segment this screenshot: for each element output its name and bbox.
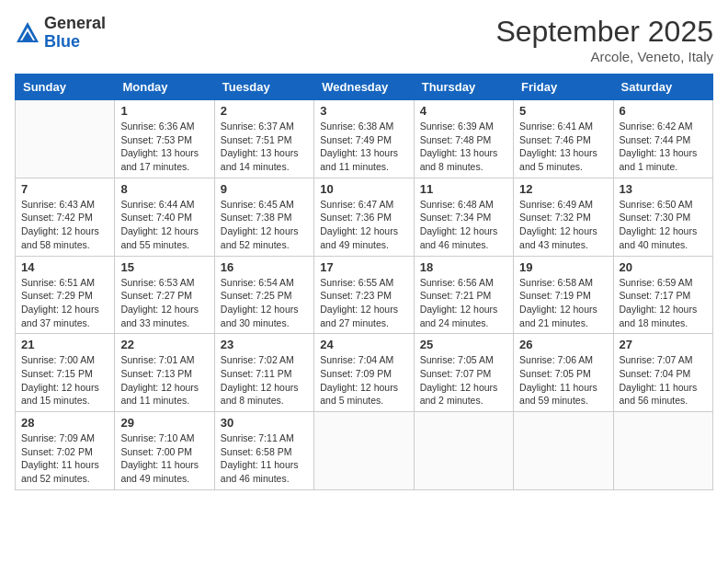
header-tuesday: Tuesday [214,75,313,100]
day-number: 12 [519,182,607,196]
day-cell: 17Sunrise: 6:55 AM Sunset: 7:23 PM Dayli… [314,256,414,334]
day-cell: 10Sunrise: 6:47 AM Sunset: 7:36 PM Dayli… [314,178,414,256]
logo-text: General Blue [44,15,106,52]
day-cell: 19Sunrise: 6:58 AM Sunset: 7:19 PM Dayli… [514,256,613,334]
day-cell: 21Sunrise: 7:00 AM Sunset: 7:15 PM Dayli… [16,334,115,412]
day-cell: 27Sunrise: 7:07 AM Sunset: 7:04 PM Dayli… [613,334,712,412]
day-cell: 3Sunrise: 6:38 AM Sunset: 7:49 PM Daylig… [314,100,414,178]
day-cell: 14Sunrise: 6:51 AM Sunset: 7:29 PM Dayli… [16,256,115,334]
day-info: Sunrise: 6:59 AM Sunset: 7:17 PM Dayligh… [620,276,707,330]
header-sunday: Sunday [16,75,115,100]
logo-blue: Blue [44,33,106,52]
day-info: Sunrise: 6:56 AM Sunset: 7:21 PM Dayligh… [420,276,507,330]
day-number: 20 [620,260,707,274]
day-number: 2 [221,104,308,118]
day-cell [16,100,115,178]
day-info: Sunrise: 7:01 AM Sunset: 7:13 PM Dayligh… [120,353,208,408]
location-subtitle: Arcole, Veneto, Italy [495,49,713,64]
day-cell [414,412,513,490]
day-cell: 5Sunrise: 6:41 AM Sunset: 7:46 PM Daylig… [514,100,613,178]
day-cell: 23Sunrise: 7:02 AM Sunset: 7:11 PM Dayli… [214,334,313,412]
day-info: Sunrise: 6:53 AM Sunset: 7:27 PM Dayligh… [120,276,208,330]
day-number: 1 [120,104,208,118]
day-info: Sunrise: 6:54 AM Sunset: 7:25 PM Dayligh… [221,276,308,330]
title-block: September 2025 Arcole, Veneto, Italy [495,15,713,64]
day-info: Sunrise: 6:55 AM Sunset: 7:23 PM Dayligh… [320,276,407,330]
day-cell: 4Sunrise: 6:39 AM Sunset: 7:48 PM Daylig… [414,100,513,178]
day-cell: 28Sunrise: 7:09 AM Sunset: 7:02 PM Dayli… [16,412,115,490]
day-number: 6 [620,104,707,118]
day-cell: 1Sunrise: 6:36 AM Sunset: 7:53 PM Daylig… [115,100,214,178]
day-cell: 26Sunrise: 7:06 AM Sunset: 7:05 PM Dayli… [514,334,613,412]
day-info: Sunrise: 7:10 AM Sunset: 7:00 PM Dayligh… [120,431,208,486]
day-number: 7 [21,182,108,196]
day-cell: 15Sunrise: 6:53 AM Sunset: 7:27 PM Dayli… [115,256,214,334]
day-info: Sunrise: 7:11 AM Sunset: 6:58 PM Dayligh… [221,431,308,486]
header-wednesday: Wednesday [314,75,414,100]
day-cell: 16Sunrise: 6:54 AM Sunset: 7:25 PM Dayli… [214,256,313,334]
day-number: 17 [320,260,407,274]
day-cell: 13Sunrise: 6:50 AM Sunset: 7:30 PM Dayli… [613,178,712,256]
day-info: Sunrise: 6:37 AM Sunset: 7:51 PM Dayligh… [221,120,308,174]
calendar-table: SundayMondayTuesdayWednesdayThursdayFrid… [15,74,713,490]
day-number: 9 [221,182,308,196]
day-number: 22 [120,338,208,351]
day-info: Sunrise: 6:44 AM Sunset: 7:40 PM Dayligh… [120,198,208,252]
day-cell: 12Sunrise: 6:49 AM Sunset: 7:32 PM Dayli… [514,178,613,256]
day-info: Sunrise: 6:51 AM Sunset: 7:29 PM Dayligh… [21,276,108,330]
header-thursday: Thursday [414,75,513,100]
logo-general: General [44,15,106,33]
header-friday: Friday [514,75,613,100]
day-number: 15 [120,260,208,274]
week-row-2: 7Sunrise: 6:43 AM Sunset: 7:42 PM Daylig… [16,178,713,256]
day-info: Sunrise: 7:07 AM Sunset: 7:04 PM Dayligh… [620,353,707,408]
day-info: Sunrise: 6:50 AM Sunset: 7:30 PM Dayligh… [620,198,707,252]
day-number: 21 [21,338,108,351]
day-cell [613,412,712,490]
day-info: Sunrise: 6:36 AM Sunset: 7:53 PM Dayligh… [120,120,208,174]
week-row-4: 21Sunrise: 7:00 AM Sunset: 7:15 PM Dayli… [16,334,713,412]
day-number: 19 [519,260,607,274]
day-number: 8 [120,182,208,196]
day-cell: 6Sunrise: 6:42 AM Sunset: 7:44 PM Daylig… [613,100,712,178]
day-number: 29 [120,416,208,430]
day-info: Sunrise: 7:00 AM Sunset: 7:15 PM Dayligh… [21,353,108,408]
day-info: Sunrise: 6:48 AM Sunset: 7:34 PM Dayligh… [420,198,507,252]
day-number: 14 [21,260,108,274]
day-number: 24 [320,338,407,351]
day-number: 28 [21,416,108,430]
day-number: 30 [221,416,308,430]
day-number: 23 [221,338,308,351]
day-info: Sunrise: 7:05 AM Sunset: 7:07 PM Dayligh… [420,353,507,408]
day-number: 4 [420,104,507,118]
day-cell: 24Sunrise: 7:04 AM Sunset: 7:09 PM Dayli… [314,334,414,412]
day-info: Sunrise: 6:58 AM Sunset: 7:19 PM Dayligh… [519,276,607,330]
day-number: 5 [519,104,607,118]
month-title: September 2025 [495,15,713,49]
day-cell: 11Sunrise: 6:48 AM Sunset: 7:34 PM Dayli… [414,178,513,256]
day-info: Sunrise: 6:38 AM Sunset: 7:49 PM Dayligh… [320,120,407,174]
day-cell: 2Sunrise: 6:37 AM Sunset: 7:51 PM Daylig… [214,100,313,178]
day-number: 13 [620,182,707,196]
day-info: Sunrise: 7:06 AM Sunset: 7:05 PM Dayligh… [519,353,607,408]
day-cell: 25Sunrise: 7:05 AM Sunset: 7:07 PM Dayli… [414,334,513,412]
day-cell: 18Sunrise: 6:56 AM Sunset: 7:21 PM Dayli… [414,256,513,334]
day-cell: 30Sunrise: 7:11 AM Sunset: 6:58 PM Dayli… [214,412,313,490]
day-number: 3 [320,104,407,118]
day-number: 25 [420,338,507,351]
day-info: Sunrise: 6:41 AM Sunset: 7:46 PM Dayligh… [519,120,607,174]
calendar-header-row: SundayMondayTuesdayWednesdayThursdayFrid… [16,75,713,100]
day-number: 26 [519,338,607,351]
logo-icon [15,20,40,46]
day-number: 27 [620,338,707,351]
day-cell [514,412,613,490]
page-header: General Blue September 2025 Arcole, Vene… [15,15,713,64]
day-number: 16 [221,260,308,274]
week-row-1: 1Sunrise: 6:36 AM Sunset: 7:53 PM Daylig… [16,100,713,178]
day-number: 18 [420,260,507,274]
day-cell: 9Sunrise: 6:45 AM Sunset: 7:38 PM Daylig… [214,178,313,256]
day-info: Sunrise: 6:49 AM Sunset: 7:32 PM Dayligh… [519,198,607,252]
header-monday: Monday [115,75,214,100]
day-cell [314,412,414,490]
day-info: Sunrise: 6:43 AM Sunset: 7:42 PM Dayligh… [21,198,108,252]
